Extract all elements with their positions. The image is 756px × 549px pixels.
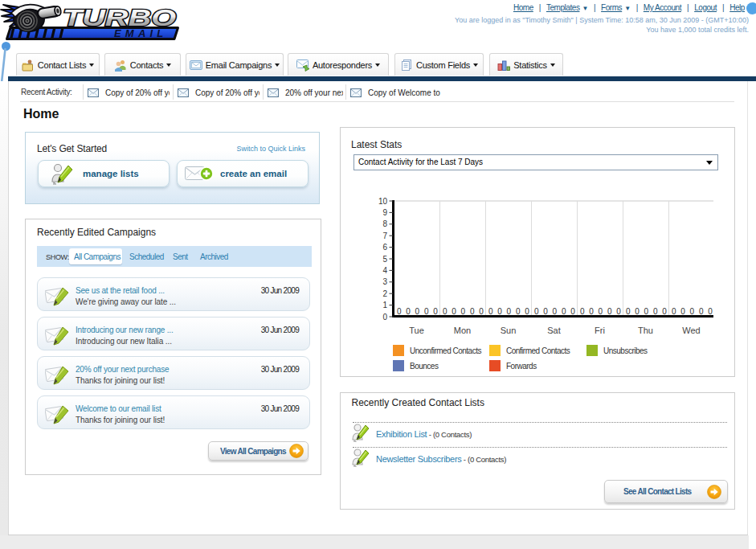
svg-text:0: 0: [635, 307, 640, 316]
svg-text:2: 2: [382, 289, 387, 298]
svg-text:3: 3: [382, 277, 387, 286]
svg-text:0: 0: [406, 307, 411, 316]
svg-text:0: 0: [662, 307, 667, 316]
svg-text:0: 0: [607, 307, 612, 316]
svg-text:1: 1: [382, 301, 387, 309]
svg-text:0: 0: [672, 307, 676, 316]
svg-text:Tue: Tue: [409, 326, 424, 335]
svg-text:9: 9: [382, 208, 387, 217]
svg-text:0: 0: [616, 307, 621, 316]
svg-text:0: 0: [479, 307, 484, 316]
svg-text:0: 0: [433, 307, 438, 316]
svg-text:0: 0: [553, 307, 558, 316]
svg-text:0: 0: [534, 307, 539, 316]
svg-text:0: 0: [470, 307, 475, 316]
svg-text:0: 0: [497, 307, 502, 316]
svg-text:0: 0: [452, 307, 456, 316]
svg-text:EMAIL: EMAIL: [114, 27, 167, 39]
svg-text:8: 8: [382, 219, 387, 228]
svg-text:0: 0: [382, 313, 387, 322]
svg-text:0: 0: [680, 307, 685, 316]
svg-text:0: 0: [699, 307, 704, 316]
svg-text:0: 0: [461, 307, 466, 316]
svg-text:0: 0: [690, 307, 695, 316]
svg-text:0: 0: [397, 307, 402, 316]
svg-text:10: 10: [378, 197, 388, 206]
svg-text:0: 0: [626, 307, 631, 316]
svg-text:5: 5: [382, 255, 387, 264]
svg-text:0: 0: [443, 307, 447, 316]
svg-text:6: 6: [382, 243, 387, 252]
svg-text:Fri: Fri: [595, 326, 605, 335]
svg-text:0: 0: [415, 307, 420, 316]
svg-text:Thu: Thu: [638, 326, 653, 335]
svg-text:0: 0: [424, 307, 429, 316]
svg-text:0: 0: [589, 307, 594, 316]
svg-text:0: 0: [653, 307, 658, 316]
svg-text:0: 0: [644, 307, 649, 316]
svg-text:0: 0: [570, 307, 575, 316]
svg-text:Sat: Sat: [547, 326, 561, 335]
svg-text:0: 0: [708, 307, 713, 316]
svg-text:4: 4: [382, 266, 387, 275]
svg-text:0: 0: [507, 307, 512, 316]
svg-text:Mon: Mon: [454, 326, 471, 335]
svg-text:0: 0: [525, 307, 529, 316]
svg-text:0: 0: [562, 307, 566, 316]
svg-text:Sun: Sun: [501, 326, 517, 335]
svg-text:7: 7: [382, 231, 387, 240]
svg-text:Wed: Wed: [682, 326, 700, 335]
svg-text:0: 0: [599, 307, 603, 316]
svg-text:0: 0: [543, 307, 548, 316]
svg-text:0: 0: [488, 307, 493, 316]
svg-text:0: 0: [580, 307, 585, 316]
svg-text:0: 0: [516, 307, 521, 316]
